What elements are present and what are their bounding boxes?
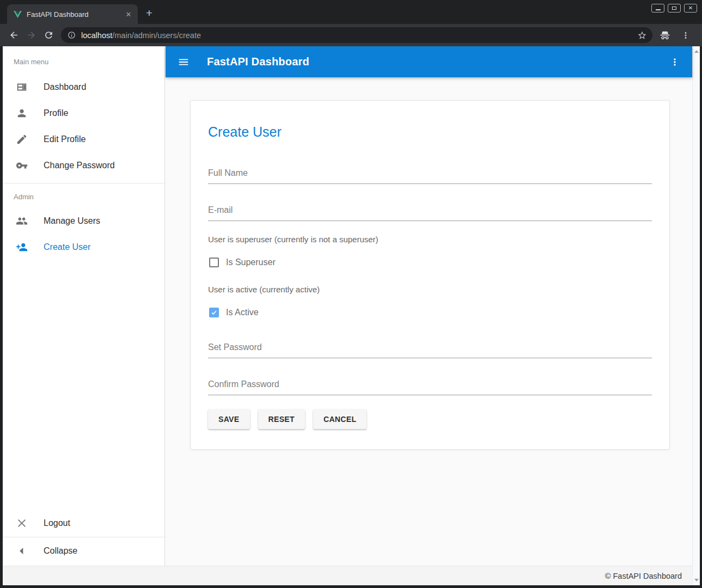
- scroll-up-arrow-icon[interactable]: [694, 50, 699, 53]
- active-hint: User is active (currently active): [208, 284, 652, 295]
- url-path: /main/admin/users/create: [112, 31, 201, 40]
- browser-tab-strip: FastAPI Dashboard ✕ + ✕: [0, 0, 702, 24]
- person-icon: [15, 107, 28, 120]
- email-field: [208, 205, 652, 221]
- browser-window: FastAPI Dashboard ✕ + ✕ localhost/main/a…: [0, 0, 702, 588]
- form-actions: SAVE RESET CANCEL: [208, 409, 652, 429]
- browser-toolbar: localhost/main/admin/users/create: [0, 24, 702, 46]
- email-input[interactable]: [208, 205, 652, 221]
- tab-close-icon[interactable]: ✕: [124, 9, 133, 19]
- full-name-input[interactable]: [208, 168, 652, 184]
- full-name-field: [208, 168, 652, 184]
- window-controls: ✕: [651, 4, 697, 13]
- arrow-back-icon: [9, 30, 19, 40]
- hamburger-menu-icon[interactable]: [178, 56, 190, 68]
- kebab-icon: [669, 57, 680, 68]
- forward-button[interactable]: [23, 27, 39, 44]
- scroll-down-arrow-icon[interactable]: [694, 579, 699, 581]
- minimize-icon: [656, 9, 661, 10]
- maximize-icon: [672, 7, 676, 10]
- confirm-password-field: [208, 379, 652, 395]
- divider: [3, 537, 164, 537]
- sidebar-item-dashboard[interactable]: Dashboard: [3, 74, 164, 100]
- sidebar-item-label: Manage Users: [44, 216, 100, 226]
- person-add-icon: [15, 241, 28, 254]
- is-superuser-checkbox[interactable]: Is Superuser: [208, 257, 652, 268]
- vertical-scrollbar[interactable]: [692, 46, 700, 585]
- appbar-title: FastAPI Dashboard: [207, 56, 309, 68]
- copyright-text: © FastAPI Dashboard: [605, 572, 682, 580]
- sidebar-item-collapse[interactable]: Collapse: [3, 538, 164, 564]
- checkbox-label: Is Superuser: [226, 258, 276, 267]
- logout-x-icon: [15, 517, 28, 530]
- kebab-icon: [681, 30, 691, 40]
- sidebar-item-profile[interactable]: Profile: [3, 100, 164, 126]
- dashboard-icon: [15, 81, 28, 94]
- sidebar-item-manage-users[interactable]: Manage Users: [3, 208, 164, 234]
- sidebar-item-label: Dashboard: [44, 82, 86, 92]
- back-button[interactable]: [5, 27, 22, 44]
- set-password-input[interactable]: [208, 342, 652, 358]
- sidebar-section-admin: Admin: [3, 183, 164, 208]
- new-tab-button[interactable]: +: [142, 5, 157, 21]
- cancel-button[interactable]: CANCEL: [313, 409, 367, 429]
- info-icon[interactable]: [68, 31, 76, 39]
- sidebar-item-logout[interactable]: Logout: [3, 510, 164, 536]
- sidebar-item-label: Change Password: [44, 161, 115, 170]
- set-password-field: [208, 342, 652, 358]
- close-icon: ✕: [688, 5, 693, 11]
- vue-logo-icon: [14, 11, 22, 18]
- tab-title: FastAPI Dashboard: [27, 10, 124, 19]
- save-button[interactable]: SAVE: [208, 409, 250, 429]
- page-viewport: Main menu Dashboard Profile Edit Profile: [3, 46, 700, 585]
- group-icon: [15, 215, 28, 228]
- superuser-hint: User is superuser (currently is not a su…: [208, 234, 652, 245]
- reload-icon: [44, 30, 54, 40]
- bookmark-star-icon[interactable]: [637, 30, 647, 40]
- sidebar: Main menu Dashboard Profile Edit Profile: [3, 46, 165, 566]
- page-footer: © FastAPI Dashboard: [3, 566, 692, 585]
- checkbox-checked-icon[interactable]: [209, 308, 219, 317]
- url-text: localhost/main/admin/users/create: [81, 31, 201, 40]
- arrow-forward-icon: [26, 30, 36, 40]
- confirm-password-input[interactable]: [208, 379, 652, 395]
- sidebar-item-label: Profile: [44, 108, 68, 118]
- main-content: FastAPI Dashboard Create User User is su…: [166, 46, 692, 566]
- appbar-menu-button[interactable]: [669, 57, 680, 68]
- create-user-card: Create User User is superuser (currently…: [190, 100, 670, 450]
- sidebar-item-label: Collapse: [44, 546, 77, 556]
- pencil-icon: [15, 133, 28, 146]
- app-bar: FastAPI Dashboard: [166, 46, 692, 77]
- sidebar-bottom: Logout Collapse: [3, 510, 164, 566]
- address-bar[interactable]: localhost/main/admin/users/create: [61, 27, 652, 43]
- checkbox-unchecked-icon[interactable]: [209, 258, 219, 267]
- sidebar-item-label: Edit Profile: [44, 134, 86, 144]
- key-icon: [15, 159, 28, 172]
- sidebar-section-main-menu: Main menu: [3, 46, 164, 74]
- reset-button[interactable]: RESET: [258, 409, 305, 429]
- sidebar-item-create-user[interactable]: Create User: [3, 234, 164, 260]
- chevron-left-icon: [15, 544, 28, 558]
- browser-menu-button[interactable]: [677, 27, 694, 44]
- reload-button[interactable]: [40, 27, 57, 44]
- is-active-checkbox[interactable]: Is Active: [208, 307, 652, 318]
- url-host: localhost: [81, 31, 112, 40]
- sidebar-item-change-password[interactable]: Change Password: [3, 152, 164, 179]
- window-minimize-button[interactable]: [651, 4, 664, 13]
- browser-tab[interactable]: FastAPI Dashboard ✕: [7, 4, 138, 24]
- checkbox-label: Is Active: [226, 308, 259, 317]
- sidebar-item-label: Create User: [44, 242, 90, 252]
- page-title: Create User: [208, 122, 652, 141]
- incognito-icon: [657, 27, 673, 44]
- window-maximize-button[interactable]: [668, 4, 681, 13]
- window-close-button[interactable]: ✕: [684, 4, 697, 13]
- sidebar-item-label: Logout: [44, 518, 70, 528]
- sidebar-item-edit-profile[interactable]: Edit Profile: [3, 126, 164, 152]
